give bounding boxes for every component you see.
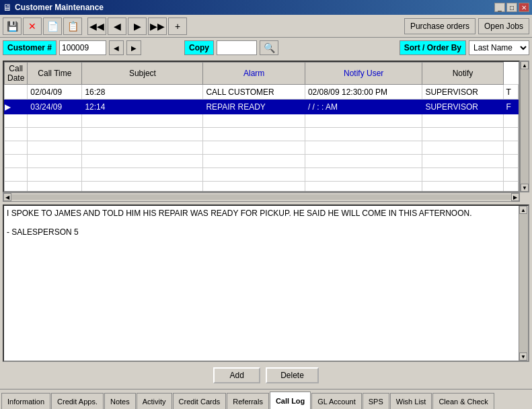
- cell-alarm: 02/08/09 12:30:00 PM: [305, 85, 422, 100]
- copy-record-button[interactable]: 📋: [63, 17, 82, 35]
- delete-button[interactable]: Delete: [266, 367, 319, 383]
- horizontal-scrollbar[interactable]: ◀ ▶: [3, 192, 520, 202]
- customer-row: Customer # ◀ ▶ Copy 🔍 Sort / Order By La…: [0, 38, 532, 58]
- cell-call-time: 16:28: [82, 85, 203, 100]
- tab-wish-list[interactable]: Wish List: [390, 393, 432, 409]
- new-button[interactable]: 📄: [43, 17, 62, 35]
- tab-activity[interactable]: Activity: [137, 393, 172, 409]
- customer-label: Customer #: [3, 40, 56, 55]
- scroll-up-arrow[interactable]: ▲: [521, 61, 529, 69]
- cell-call-date: 03/24/09: [28, 100, 82, 114]
- scroll-left-arrow[interactable]: ◀: [3, 193, 11, 201]
- tab-information[interactable]: Information: [1, 393, 50, 409]
- sort-label: Sort / Order By: [400, 40, 466, 55]
- last-button[interactable]: ▶▶: [148, 17, 167, 35]
- open-jobs-button[interactable]: Open Jobs: [478, 18, 529, 34]
- call-log-table: Call Date Call Time Subject Alarm Notify…: [4, 62, 519, 192]
- tab-notes[interactable]: Notes: [104, 393, 136, 409]
- window-title: Customer Maintenance: [15, 3, 494, 12]
- add-button[interactable]: Add: [213, 367, 260, 383]
- col-notify: Notify: [422, 63, 503, 85]
- next-button[interactable]: ▶: [128, 17, 147, 35]
- notes-scroll-down[interactable]: ▼: [519, 352, 527, 361]
- cell-notify: T: [503, 85, 518, 100]
- col-alarm: Alarm: [203, 63, 305, 85]
- tab-gl-account[interactable]: GL Account: [311, 393, 361, 409]
- maximize-button[interactable]: □: [506, 3, 517, 12]
- customer-number-input[interactable]: [59, 40, 106, 55]
- customer-prev-button[interactable]: ◀: [109, 40, 124, 55]
- tab-bar: InformationCredit Apps.NotesActivityCred…: [0, 389, 532, 409]
- col-notify-user: Notify User: [305, 63, 422, 85]
- row-indicator: ▶: [5, 100, 28, 114]
- purchase-orders-button[interactable]: Purchase orders: [404, 18, 476, 34]
- tab-clean-check[interactable]: Clean & Check: [432, 393, 494, 409]
- tab-call-log[interactable]: Call Log: [270, 392, 311, 409]
- cell-subject: REPAIR READY: [203, 100, 305, 114]
- sort-select[interactable]: Last Name First Name Company Phone: [469, 40, 529, 55]
- cell-notify: F: [503, 100, 518, 114]
- table-row-empty: [5, 114, 519, 128]
- toolbar: 💾 ✕ 📄 📋 ◀◀ ◀ ▶ ▶▶ + Purchase orders Open…: [0, 15, 532, 38]
- notes-area[interactable]: I SPOKE TO JAMES AND TOLD HIM HIS REPAIR…: [3, 204, 529, 362]
- app-icon: 🖥: [3, 2, 12, 13]
- notes-scrollbar[interactable]: ▲ ▼: [519, 206, 528, 361]
- search-button[interactable]: 🔍: [260, 40, 278, 55]
- col-call-date: Call Date: [5, 63, 28, 85]
- vertical-scrollbar[interactable]: ▲ ▼: [520, 61, 529, 192]
- cell-subject: CALL CUSTOMER: [203, 85, 305, 100]
- tab-referrals[interactable]: Referrals: [227, 393, 269, 409]
- col-call-time: Call Time: [28, 63, 82, 85]
- h-scroll-track: [11, 194, 511, 200]
- minimize-button[interactable]: _: [494, 3, 505, 12]
- table-row-empty: [5, 168, 519, 182]
- cell-alarm: / / : : AM: [305, 100, 422, 114]
- table-row-empty: [5, 141, 519, 155]
- buttons-row: Add Delete: [3, 365, 529, 386]
- tab-credit-apps-[interactable]: Credit Apps.: [51, 393, 104, 409]
- scroll-down-arrow[interactable]: ▼: [521, 184, 529, 192]
- scroll-right-arrow[interactable]: ▶: [511, 193, 519, 201]
- plus-button[interactable]: +: [168, 17, 187, 35]
- copy-input[interactable]: [217, 40, 257, 55]
- cell-call-time: 12:14: [82, 100, 203, 114]
- customer-next-button[interactable]: ▶: [126, 40, 141, 55]
- first-button[interactable]: ◀◀: [87, 17, 106, 35]
- scroll-track: [521, 69, 529, 184]
- col-subject: Subject: [82, 63, 203, 85]
- row-indicator: [5, 85, 28, 100]
- tab-sps[interactable]: SPS: [363, 393, 389, 409]
- close-button[interactable]: ✕: [519, 3, 529, 12]
- cell-notify-user: SUPERVISOR: [422, 100, 503, 114]
- notes-scroll-track: [519, 214, 528, 352]
- prev-button[interactable]: ◀: [108, 17, 126, 35]
- table-row[interactable]: 02/04/0916:28CALL CUSTOMER02/08/09 12:30…: [5, 85, 519, 100]
- grid-container: Call Date Call Time Subject Alarm Notify…: [3, 61, 529, 202]
- main-content: Call Date Call Time Subject Alarm Notify…: [0, 58, 532, 389]
- table-row-empty: [5, 155, 519, 168]
- table-row-empty: [5, 182, 519, 193]
- cancel-button[interactable]: ✕: [23, 17, 42, 35]
- title-bar: 🖥 Customer Maintenance _ □ ✕: [0, 0, 532, 15]
- copy-label: Copy: [184, 40, 214, 55]
- table-row-empty: [5, 128, 519, 141]
- tab-credit-cards[interactable]: Credit Cards: [173, 393, 227, 409]
- save-button[interactable]: 💾: [3, 17, 22, 35]
- cell-notify-user: SUPERVISOR: [422, 85, 503, 100]
- notes-text: I SPOKE TO JAMES AND TOLD HIM HIS REPAIR…: [7, 209, 525, 237]
- notes-scroll-up[interactable]: ▲: [519, 206, 527, 214]
- table-row[interactable]: ▶03/24/0912:14REPAIR READY/ / : : AMSUPE…: [5, 100, 519, 114]
- cell-call-date: 02/04/09: [28, 85, 82, 100]
